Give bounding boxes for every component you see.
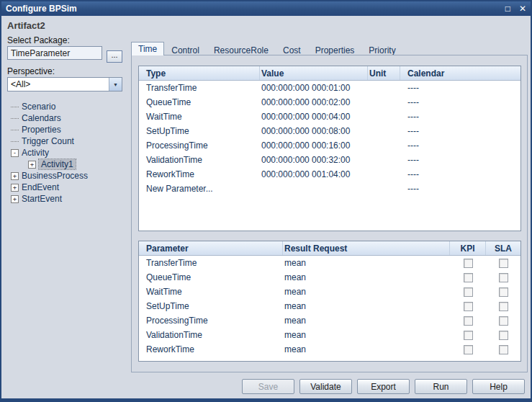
cell-result-request[interactable]: mean bbox=[283, 272, 450, 282]
expand-icon[interactable]: + bbox=[11, 184, 19, 192]
kpi-checkbox[interactable] bbox=[464, 316, 473, 326]
tree-item-label-selected[interactable]: Activity1 bbox=[39, 159, 76, 169]
tree-item-trigger-count[interactable]: Trigger Count bbox=[6, 135, 128, 147]
save-button[interactable]: Save bbox=[242, 379, 294, 394]
table-row[interactable]: QueueTime 000:000:000 000:02:00 ---- bbox=[139, 95, 520, 110]
tree-item-label[interactable]: Properties bbox=[22, 125, 61, 135]
tab-control[interactable]: Control bbox=[164, 43, 207, 55]
titlebar[interactable]: Configure BPSim □ ✕ bbox=[1, 1, 531, 16]
cell-parameter[interactable]: ValidationTime bbox=[139, 330, 283, 340]
sla-checkbox[interactable] bbox=[499, 273, 508, 282]
cell-type[interactable]: TransferTime bbox=[139, 83, 260, 93]
cell-calendar[interactable]: ---- bbox=[400, 126, 520, 136]
cell-parameter[interactable]: TransferTime bbox=[139, 258, 283, 268]
table-row[interactable]: ValidationTime mean bbox=[139, 328, 520, 342]
run-button[interactable]: Run bbox=[415, 379, 467, 394]
export-button[interactable]: Export bbox=[357, 379, 410, 394]
cell-result-request[interactable]: mean bbox=[283, 258, 450, 268]
tree-item-scenario[interactable]: Scenario bbox=[6, 101, 128, 112]
cell-type[interactable]: WaitTime bbox=[139, 112, 260, 122]
expand-icon[interactable]: + bbox=[11, 172, 19, 180]
kpi-checkbox[interactable] bbox=[464, 259, 473, 268]
table-row[interactable]: WaitTime mean bbox=[139, 285, 520, 299]
tab-resourcerole[interactable]: ResourceRole bbox=[207, 43, 276, 55]
column-header-type[interactable]: Type bbox=[139, 66, 260, 80]
tree-item-startevent[interactable]: + StartEvent bbox=[6, 193, 128, 205]
sla-checkbox[interactable] bbox=[499, 287, 508, 297]
cell-value[interactable]: 000:000:000 000:04:00 bbox=[260, 112, 368, 122]
cell-parameter[interactable]: SetUpTime bbox=[139, 301, 283, 311]
cell-calendar[interactable]: ---- bbox=[400, 184, 520, 194]
cell-result-request[interactable]: mean bbox=[283, 287, 450, 297]
table-row[interactable]: ReworkTime mean bbox=[139, 342, 520, 357]
cell-value[interactable]: 000:000:000 000:01:00 bbox=[260, 83, 368, 93]
tree-item-label[interactable]: Trigger Count bbox=[22, 136, 74, 146]
sla-checkbox[interactable] bbox=[499, 345, 508, 354]
cell-result-request[interactable]: mean bbox=[283, 344, 450, 354]
cell-type[interactable]: SetUpTime bbox=[139, 126, 260, 136]
cell-parameter[interactable]: WaitTime bbox=[139, 287, 283, 297]
column-header-result-request[interactable]: Result Request bbox=[283, 241, 450, 255]
cell-value[interactable]: 000:000:000 000:02:00 bbox=[260, 97, 368, 107]
chevron-down-icon[interactable]: ▼ bbox=[109, 78, 122, 91]
cell-calendar[interactable]: ---- bbox=[400, 83, 520, 93]
cell-type[interactable]: ProcessingTime bbox=[139, 140, 260, 151]
tree-item-activity[interactable]: - Activity bbox=[6, 147, 128, 158]
kpi-checkbox[interactable] bbox=[464, 302, 473, 311]
column-header-sla[interactable]: SLA bbox=[486, 241, 520, 255]
cell-type[interactable]: ReworkTime bbox=[139, 169, 260, 179]
sla-checkbox[interactable] bbox=[499, 259, 508, 268]
sla-checkbox[interactable] bbox=[499, 316, 508, 326]
validate-button[interactable]: Validate bbox=[299, 379, 352, 394]
cell-result-request[interactable]: mean bbox=[283, 316, 450, 326]
cell-parameter[interactable]: ReworkTime bbox=[139, 344, 283, 354]
cell-parameter[interactable]: QueueTime bbox=[139, 272, 283, 282]
tree-item-label[interactable]: Calendars bbox=[22, 113, 61, 123]
table-row[interactable]: SetUpTime 000:000:000 000:08:00 ---- bbox=[139, 124, 520, 138]
tree-item-label[interactable]: BusinessProcess bbox=[22, 171, 88, 181]
collapse-icon[interactable]: - bbox=[11, 149, 19, 157]
column-header-unit[interactable]: Unit bbox=[368, 66, 400, 80]
help-button[interactable]: Help bbox=[472, 379, 525, 394]
table-row-new-parameter[interactable]: New Parameter... ---- bbox=[139, 182, 520, 196]
column-header-calendar[interactable]: Calendar bbox=[400, 66, 520, 80]
cell-calendar[interactable]: ---- bbox=[400, 169, 520, 179]
cell-type[interactable]: ValidationTime bbox=[139, 155, 260, 165]
sla-checkbox[interactable] bbox=[499, 302, 508, 311]
package-input[interactable]: TimeParameter bbox=[7, 46, 102, 60]
kpi-checkbox[interactable] bbox=[464, 287, 473, 297]
cell-parameter[interactable]: ProcessingTime bbox=[139, 316, 283, 326]
cell-calendar[interactable]: ---- bbox=[400, 112, 520, 122]
expand-icon[interactable]: + bbox=[28, 161, 36, 169]
kpi-checkbox[interactable] bbox=[464, 331, 473, 340]
table-row[interactable]: TransferTime mean bbox=[139, 256, 520, 270]
tree-item-activity1[interactable]: + Activity1 bbox=[23, 158, 128, 170]
tab-time[interactable]: Time bbox=[131, 42, 164, 55]
table-row[interactable]: WaitTime 000:000:000 000:04:00 ---- bbox=[139, 110, 520, 124]
kpi-checkbox[interactable] bbox=[464, 273, 473, 282]
cell-calendar[interactable]: ---- bbox=[400, 155, 520, 165]
expand-icon[interactable]: + bbox=[11, 195, 19, 203]
maximize-icon[interactable]: □ bbox=[505, 4, 510, 14]
tab-properties[interactable]: Properties bbox=[308, 43, 362, 55]
tab-cost[interactable]: Cost bbox=[276, 43, 308, 55]
table-row[interactable]: QueueTime mean bbox=[139, 270, 520, 285]
cell-value[interactable]: 000:000:000 000:16:00 bbox=[260, 140, 368, 151]
table-row[interactable]: ProcessingTime 000:000:000 000:16:00 ---… bbox=[139, 138, 520, 153]
tree-item-label[interactable]: StartEvent bbox=[22, 194, 62, 204]
column-header-value[interactable]: Value bbox=[260, 66, 368, 80]
cell-calendar[interactable]: ---- bbox=[400, 140, 520, 151]
table-row[interactable]: TransferTime 000:000:000 000:01:00 ---- bbox=[139, 81, 520, 95]
perspective-select[interactable]: <All> ▼ bbox=[7, 77, 122, 91]
column-header-kpi[interactable]: KPI bbox=[450, 241, 486, 255]
tree-item-calendars[interactable]: Calendars bbox=[6, 112, 128, 124]
sla-checkbox[interactable] bbox=[499, 331, 508, 340]
table-row[interactable]: SetUpTime mean bbox=[139, 299, 520, 313]
cell-calendar[interactable]: ---- bbox=[400, 97, 520, 107]
tree-item-businessprocess[interactable]: + BusinessProcess bbox=[6, 170, 128, 182]
tree-item-properties[interactable]: Properties bbox=[6, 124, 128, 135]
tree-item-label[interactable]: Scenario bbox=[22, 102, 55, 112]
browse-button[interactable]: ... bbox=[107, 50, 122, 63]
kpi-checkbox[interactable] bbox=[464, 345, 473, 354]
tab-priority[interactable]: Priority bbox=[361, 43, 402, 55]
